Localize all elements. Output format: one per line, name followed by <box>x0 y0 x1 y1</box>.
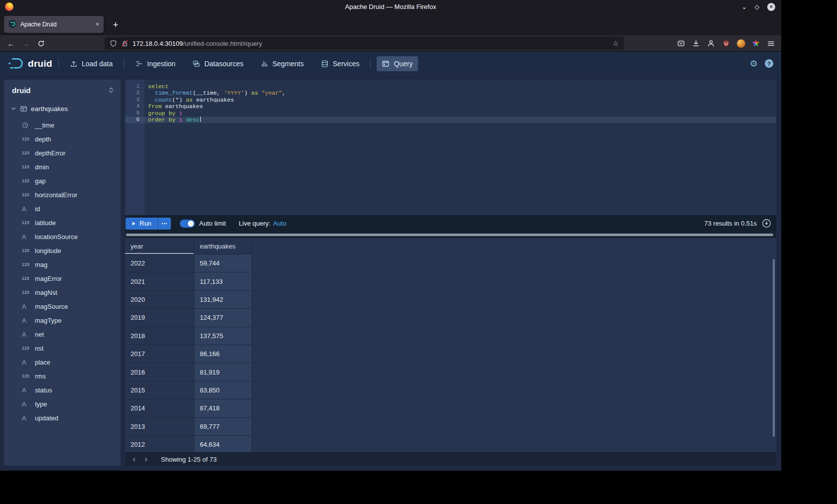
live-query-control[interactable]: Live query: Auto <box>239 220 286 227</box>
sql-editor[interactable]: 123456 select time_format(__time, 'YYYY'… <box>125 80 776 215</box>
window-maximize-button[interactable]: ◇ <box>755 4 759 10</box>
nav-query[interactable]: Query <box>377 56 418 71</box>
run-button[interactable]: Run <box>126 218 157 230</box>
column-header-year[interactable]: year <box>125 238 194 254</box>
schema-column-status[interactable]: Astatus <box>4 383 121 397</box>
menu-icon[interactable] <box>766 39 775 48</box>
string-type-icon: A <box>22 205 35 213</box>
forward-button[interactable]: → <box>19 37 33 50</box>
ublock-extension-icon[interactable] <box>721 39 730 48</box>
nav-load-data[interactable]: Load data <box>65 56 118 71</box>
schema-column-rms[interactable]: 123rms <box>4 369 121 383</box>
vertical-scrollbar-thumb[interactable] <box>773 259 775 437</box>
result-cell[interactable]: 2014 <box>125 399 194 417</box>
result-cell[interactable]: 124,377 <box>194 309 252 327</box>
account-icon[interactable] <box>706 39 715 48</box>
result-cell[interactable]: 2015 <box>125 381 194 399</box>
download-results-icon[interactable] <box>762 219 771 228</box>
result-cell[interactable]: 2021 <box>125 272 194 290</box>
nav-segments[interactable]: Segments <box>256 56 309 71</box>
result-cell[interactable]: 117,133 <box>194 272 252 290</box>
schema-column-horizontalError[interactable]: 123horizontalError <box>4 188 121 202</box>
result-cell[interactable]: 2018 <box>125 327 194 345</box>
result-cell[interactable]: 87,418 <box>194 399 252 417</box>
bookmark-star-icon[interactable]: ☆ <box>612 39 619 47</box>
pocket-save-icon[interactable] <box>677 39 686 48</box>
schema-column-dmin[interactable]: 123dmin <box>4 160 121 174</box>
results-table: year earthquakes 202259,7442021117,13320… <box>125 238 776 452</box>
next-page-button[interactable]: › <box>140 453 152 465</box>
schema-column-magType[interactable]: AmagType <box>4 313 121 327</box>
result-cell[interactable]: 2012 <box>125 436 194 452</box>
window-minimize-button[interactable]: ⌄ <box>742 4 747 10</box>
url-bar[interactable]: 172.18.0.4:30109/unified-console.html#qu… <box>105 37 624 50</box>
schema-column-updated[interactable]: Aupdated <box>4 411 121 425</box>
druid-header: druid Load data Ingestion Datasources Se… <box>0 52 781 75</box>
sort-columns-icon[interactable] <box>108 86 115 94</box>
result-cell[interactable]: 2022 <box>125 254 194 272</box>
schema-column-longitude[interactable]: 123longitude <box>4 244 121 257</box>
schema-column-magError[interactable]: 123magError <box>4 271 121 285</box>
editor-code[interactable]: select time_format(__time, 'YYYY') as "y… <box>144 80 776 215</box>
settings-gear-icon[interactable]: ⚙ <box>750 58 758 69</box>
schema-column-nst[interactable]: 123nst <box>4 341 121 355</box>
schema-column-type[interactable]: Atype <box>4 397 121 411</box>
result-cell[interactable]: 59,744 <box>194 254 252 272</box>
result-cell[interactable]: 81,919 <box>194 363 252 381</box>
tab-close-icon[interactable]: × <box>96 21 99 28</box>
schema-column-depth[interactable]: 123depth <box>4 132 121 146</box>
nav-datasources[interactable]: Datasources <box>187 56 249 71</box>
insecure-lock-icon[interactable] <box>121 40 129 47</box>
schema-column-net[interactable]: Anet <box>4 327 121 341</box>
result-cell[interactable]: 2016 <box>125 363 194 381</box>
live-query-value[interactable]: Auto <box>273 220 286 227</box>
downloads-icon[interactable] <box>692 39 700 48</box>
result-cell[interactable]: 69,777 <box>194 418 252 436</box>
vertical-scrollbar[interactable] <box>773 257 775 448</box>
result-cell[interactable]: 64,634 <box>194 436 252 452</box>
result-cell[interactable]: 2019 <box>125 309 194 327</box>
result-cell[interactable]: 83,850 <box>194 381 252 399</box>
result-cell[interactable]: 131,942 <box>194 291 252 309</box>
column-name: status <box>35 386 52 394</box>
datasource-earthquakes[interactable]: earthquakes <box>4 101 121 116</box>
druid-logo[interactable]: druid <box>8 57 52 70</box>
schema-column-mag[interactable]: 123mag <box>4 257 121 271</box>
run-button-group: Run <box>126 218 171 230</box>
result-cell[interactable]: 86,166 <box>194 345 252 363</box>
result-cell[interactable]: 137,575 <box>194 327 252 345</box>
prev-page-button[interactable]: ‹ <box>128 453 140 465</box>
horizontal-scrollbar-thumb[interactable] <box>126 234 773 236</box>
nav-ingestion[interactable]: Ingestion <box>130 56 180 71</box>
schema-column-magSource[interactable]: AmagSource <box>4 299 121 313</box>
schema-column-depthError[interactable]: 123depthError <box>4 146 121 160</box>
horizontal-scrollbar[interactable] <box>125 232 776 238</box>
schema-column-latitude[interactable]: 123latitude <box>4 216 121 230</box>
new-tab-button[interactable]: + <box>108 17 124 33</box>
line-number: 5 <box>125 110 144 117</box>
window-close-button[interactable]: × <box>767 3 775 11</box>
tracking-shield-icon[interactable] <box>110 40 117 47</box>
result-cell[interactable]: 2020 <box>125 291 194 309</box>
result-cell[interactable]: 2017 <box>125 345 194 363</box>
extension-pinwheel-icon[interactable] <box>751 39 760 48</box>
tab-apache-druid[interactable]: Apache Druid × <box>4 16 104 33</box>
schema-column-__time[interactable]: __time <box>4 118 121 132</box>
schema-column-gap[interactable]: 123gap <box>4 174 121 188</box>
back-button[interactable]: ← <box>4 37 18 50</box>
result-cell[interactable]: 2013 <box>125 418 194 436</box>
reload-button[interactable] <box>34 37 48 50</box>
run-more-button[interactable] <box>157 218 171 230</box>
schema-column-id[interactable]: Aid <box>4 202 121 216</box>
schema-column-magNst[interactable]: 123magNst <box>4 285 121 299</box>
column-name: magNst <box>35 289 57 296</box>
pagination-label: Showing 1-25 of 73 <box>161 456 217 463</box>
column-header-earthquakes[interactable]: earthquakes <box>194 238 252 254</box>
auto-limit-toggle[interactable] <box>180 220 195 228</box>
schema-column-locationSource[interactable]: AlocationSource <box>4 230 121 244</box>
nav-services[interactable]: Services <box>316 56 365 71</box>
schema-column-place[interactable]: Aplace <box>4 355 121 369</box>
profile-avatar-icon[interactable] <box>736 39 745 48</box>
help-icon[interactable]: ? <box>765 59 773 68</box>
number-type-icon: 123 <box>22 178 35 183</box>
